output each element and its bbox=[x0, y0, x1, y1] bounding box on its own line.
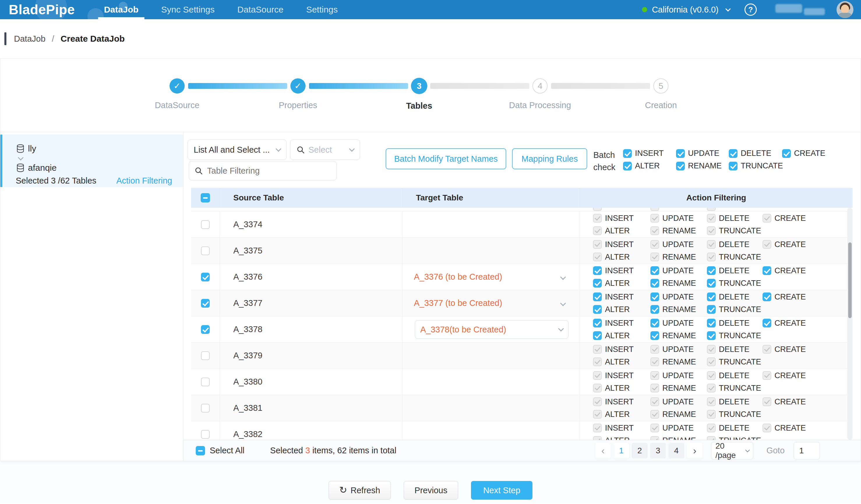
db-pair-card[interactable]: lly afanqie Selected 3 /62 Tables Action… bbox=[0, 135, 183, 187]
action-checkbox-alter[interactable] bbox=[593, 436, 602, 440]
nav-item-datajob[interactable]: DataJob bbox=[102, 0, 141, 19]
row-checkbox[interactable] bbox=[201, 378, 210, 386]
page-button-2[interactable]: 2 bbox=[632, 443, 647, 459]
action-checkbox-rename[interactable] bbox=[651, 357, 659, 366]
action-checkbox-create[interactable] bbox=[763, 292, 771, 301]
action-checkbox-create[interactable] bbox=[763, 266, 771, 275]
breadcrumb-parent[interactable]: DataJob bbox=[14, 34, 45, 44]
action-checkbox-truncate[interactable] bbox=[707, 357, 716, 366]
action-checkbox-alter[interactable] bbox=[593, 253, 602, 261]
action-checkbox-create[interactable] bbox=[763, 319, 771, 327]
action-checkbox-insert[interactable] bbox=[593, 371, 602, 380]
nav-item-datasource[interactable]: DataSource bbox=[235, 0, 286, 19]
refresh-button[interactable]: ↻ Refresh bbox=[329, 481, 391, 500]
action-checkbox-create[interactable] bbox=[763, 424, 771, 432]
action-checkbox-truncate[interactable] bbox=[707, 305, 716, 314]
action-checkbox-rename[interactable] bbox=[651, 226, 659, 235]
batch-checkbox-create[interactable] bbox=[782, 149, 791, 158]
action-checkbox-alter[interactable] bbox=[593, 331, 602, 340]
action-checkbox-insert[interactable] bbox=[593, 319, 602, 327]
action-checkbox-update[interactable] bbox=[651, 319, 659, 327]
action-checkbox-insert[interactable] bbox=[593, 292, 602, 301]
row-checkbox[interactable] bbox=[201, 220, 210, 229]
user-avatar[interactable] bbox=[836, 1, 853, 18]
select-all-label[interactable]: Select All bbox=[210, 446, 244, 455]
target-table-select[interactable]: A_3378(to be Created) bbox=[415, 320, 569, 339]
action-checkbox-truncate[interactable] bbox=[707, 410, 716, 419]
action-checkbox-create[interactable] bbox=[763, 397, 771, 406]
batch-modify-target-names-button[interactable]: Batch Modify Target Names bbox=[386, 148, 506, 169]
batch-checkbox-rename[interactable] bbox=[676, 162, 685, 171]
batch-checkbox-truncate[interactable] bbox=[729, 162, 738, 171]
row-checkbox[interactable] bbox=[201, 325, 210, 334]
action-checkbox-truncate[interactable] bbox=[707, 226, 716, 235]
batch-checkbox-insert[interactable] bbox=[623, 149, 632, 158]
action-checkbox-truncate[interactable] bbox=[707, 384, 716, 392]
page-button-3[interactable]: 3 bbox=[650, 443, 666, 459]
action-checkbox-update[interactable] bbox=[651, 371, 659, 380]
action-checkbox-alter[interactable] bbox=[593, 384, 602, 392]
prev-page-icon[interactable]: ‹ bbox=[595, 443, 611, 459]
chevron-down-icon[interactable] bbox=[725, 6, 730, 11]
action-checkbox-delete[interactable] bbox=[707, 266, 716, 275]
table-filter-input[interactable] bbox=[207, 166, 331, 176]
action-checkbox-update[interactable] bbox=[651, 266, 659, 275]
mapping-rules-button[interactable]: Mapping Rules bbox=[512, 148, 587, 169]
batch-checkbox-update[interactable] bbox=[676, 149, 685, 158]
region-selector-label[interactable]: California (v0.6.0) bbox=[652, 5, 719, 15]
action-checkbox-create[interactable] bbox=[763, 345, 771, 354]
action-checkbox-insert[interactable] bbox=[593, 214, 602, 222]
page-button-1[interactable]: 1 bbox=[613, 443, 629, 459]
nav-item-sync-settings[interactable]: Sync Settings bbox=[159, 0, 217, 19]
scrollbar-thumb[interactable] bbox=[848, 242, 852, 318]
action-checkbox-truncate[interactable] bbox=[707, 436, 716, 440]
action-checkbox-delete[interactable] bbox=[707, 345, 716, 354]
action-checkbox-insert[interactable] bbox=[593, 424, 602, 432]
page-button-4[interactable]: 4 bbox=[668, 443, 684, 459]
action-checkbox-rename[interactable] bbox=[651, 436, 659, 440]
batch-checkbox-delete[interactable] bbox=[729, 149, 738, 158]
action-checkbox-create[interactable] bbox=[763, 214, 771, 222]
action-checkbox-truncate[interactable] bbox=[707, 253, 716, 261]
list-mode-select[interactable]: List All and Select ... bbox=[188, 139, 287, 160]
action-checkbox-delete[interactable] bbox=[707, 424, 716, 432]
row-checkbox[interactable] bbox=[201, 246, 210, 255]
row-checkbox[interactable] bbox=[201, 430, 210, 439]
action-checkbox-delete[interactable] bbox=[707, 319, 716, 327]
action-checkbox-alter[interactable] bbox=[593, 279, 602, 288]
column-select[interactable]: Select bbox=[290, 139, 360, 160]
action-checkbox-update[interactable] bbox=[651, 292, 659, 301]
help-icon[interactable]: ? bbox=[744, 3, 757, 16]
action-checkbox-delete[interactable] bbox=[707, 292, 716, 301]
action-checkbox-rename[interactable] bbox=[651, 305, 659, 314]
action-checkbox-insert[interactable] bbox=[593, 345, 602, 354]
select-all-checkbox[interactable] bbox=[201, 193, 210, 203]
batch-checkbox-alter[interactable] bbox=[623, 162, 632, 171]
action-checkbox-rename[interactable] bbox=[651, 253, 659, 261]
row-checkbox[interactable] bbox=[201, 404, 210, 412]
row-checkbox[interactable] bbox=[201, 299, 210, 308]
action-checkbox-update[interactable] bbox=[651, 424, 659, 432]
action-checkbox-delete[interactable] bbox=[707, 371, 716, 380]
action-checkbox-truncate[interactable] bbox=[707, 331, 716, 340]
action-checkbox-update[interactable] bbox=[651, 240, 659, 249]
action-checkbox-rename[interactable] bbox=[651, 279, 659, 288]
action-checkbox-insert[interactable] bbox=[593, 397, 602, 406]
action-checkbox-update[interactable] bbox=[651, 397, 659, 406]
page-size-select[interactable]: 20 /page bbox=[711, 442, 753, 460]
action-checkbox-delete[interactable] bbox=[707, 397, 716, 406]
nav-item-settings[interactable]: Settings bbox=[304, 0, 340, 19]
action-checkbox-alter[interactable] bbox=[593, 226, 602, 235]
action-checkbox-alter[interactable] bbox=[593, 305, 602, 314]
action-checkbox-rename[interactable] bbox=[651, 410, 659, 419]
next-step-button[interactable]: Next Step bbox=[471, 481, 532, 500]
next-page-icon[interactable]: › bbox=[687, 443, 702, 459]
action-checkbox-insert[interactable] bbox=[593, 266, 602, 275]
action-checkbox-rename[interactable] bbox=[651, 331, 659, 340]
row-checkbox[interactable] bbox=[201, 273, 210, 282]
previous-button[interactable]: Previous bbox=[404, 481, 458, 500]
action-checkbox-rename[interactable] bbox=[651, 384, 659, 392]
action-filtering-link[interactable]: Action Filtering bbox=[116, 176, 172, 186]
action-checkbox-update[interactable] bbox=[651, 214, 659, 222]
action-checkbox-delete[interactable] bbox=[707, 214, 716, 222]
